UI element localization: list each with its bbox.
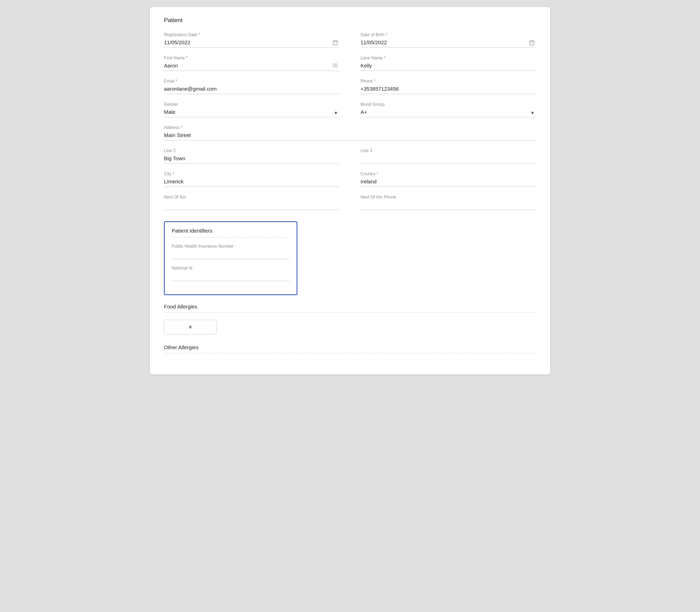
address-label: Address * (164, 125, 536, 130)
gender-field: Gender Male ▼ (164, 102, 339, 117)
date-of-birth-value[interactable]: 11/05/2022 (361, 39, 536, 48)
patient-identifiers-title: Patient Identifiers (172, 228, 290, 234)
address-field: Address * Main Street (164, 125, 536, 141)
line2-value[interactable]: Big Town (164, 155, 339, 164)
next-of-kin-field: Next Of Kin (164, 195, 339, 210)
next-of-kin-label: Next Of Kin (164, 195, 339, 200)
phi-field: Public Health Insurance Number (172, 244, 290, 259)
blood-group-value[interactable]: A+ ▼ (361, 108, 536, 117)
add-food-allergy-button[interactable]: + (164, 320, 217, 334)
other-allergies-divider (164, 353, 536, 353)
email-field: Email * aaronlane@gmail.com (164, 79, 339, 94)
gender-label: Gender (164, 102, 339, 107)
address-value[interactable]: Main Street (164, 131, 536, 141)
country-value[interactable]: Ireland (361, 178, 536, 187)
city-label: City * (164, 171, 339, 176)
gender-value[interactable]: Male ▼ (164, 108, 339, 117)
gender-dropdown-icon: ▼ (334, 110, 338, 115)
line2-field: Line 2 Big Town (164, 148, 339, 164)
registration-date-label: Registration Date * (164, 32, 339, 37)
lane-name-field: Lane Name * Kelly (361, 56, 536, 71)
registration-date-value[interactable]: 11/05/2022 (164, 39, 339, 48)
phone-value[interactable]: +353857123456 (361, 85, 536, 94)
svg-rect-4 (530, 41, 534, 45)
patient-card: Patient Registration Date * 11/05/2022 D… (150, 7, 550, 375)
registration-date-field: Registration Date * 11/05/2022 (164, 32, 339, 48)
identifiers-divider (172, 237, 290, 237)
food-allergies-title: Food Allergies (164, 304, 536, 310)
date-of-birth-field: Date of Birth * 11/05/2022 (361, 32, 536, 48)
date-of-birth-label: Date of Birth * (361, 32, 536, 37)
country-field: Country * Ireland (361, 171, 536, 187)
calendar-icon-dob (529, 40, 535, 46)
first-name-field: First Name * Aaron (164, 56, 339, 71)
phi-value[interactable] (172, 250, 290, 259)
lane-name-value[interactable]: Kelly (361, 62, 536, 71)
calendar-icon (332, 40, 338, 46)
person-icon (332, 63, 338, 70)
national-id-value[interactable] (172, 272, 290, 281)
food-allergies-divider (164, 312, 536, 313)
email-label: Email * (164, 79, 339, 84)
phone-label: Phone * (361, 79, 536, 84)
line3-value[interactable] (361, 155, 536, 164)
line3-label: Line 3 (361, 148, 536, 153)
next-of-kin-phone-label: Next Of Kin Phone (361, 195, 536, 200)
other-allergies-title: Other Allergies (164, 344, 536, 350)
blood-group-label: Blood Group (361, 102, 536, 107)
patient-identifiers-box: Patient Identifiers Public Health Insura… (164, 221, 297, 295)
svg-rect-8 (333, 64, 337, 67)
first-name-value[interactable]: Aaron (164, 62, 339, 71)
blood-group-dropdown-icon: ▼ (530, 110, 535, 115)
food-allergies-section: Food Allergies + (164, 304, 536, 344)
city-field: City * Limerick (164, 171, 339, 187)
national-id-label: National Id (172, 266, 290, 271)
country-label: Country * (361, 171, 536, 176)
first-name-label: First Name * (164, 56, 339, 60)
national-id-field: National Id (172, 266, 290, 281)
line2-label: Line 2 (164, 148, 339, 153)
next-of-kin-phone-value[interactable] (361, 201, 536, 210)
next-of-kin-value[interactable] (164, 201, 339, 210)
line3-field: Line 3 (361, 148, 536, 164)
lane-name-label: Lane Name * (361, 56, 536, 60)
other-allergies-section: Other Allergies (164, 344, 536, 353)
city-value[interactable]: Limerick (164, 178, 339, 187)
email-value[interactable]: aaronlane@gmail.com (164, 85, 339, 94)
phi-label: Public Health Insurance Number (172, 244, 290, 249)
svg-rect-0 (333, 41, 337, 45)
blood-group-field: Blood Group A+ ▼ (361, 102, 536, 117)
phone-field: Phone * +353857123456 (361, 79, 536, 94)
next-of-kin-phone-field: Next Of Kin Phone (361, 195, 536, 210)
card-title: Patient (164, 17, 536, 24)
form-grid: Registration Date * 11/05/2022 Date of B… (164, 32, 536, 218)
